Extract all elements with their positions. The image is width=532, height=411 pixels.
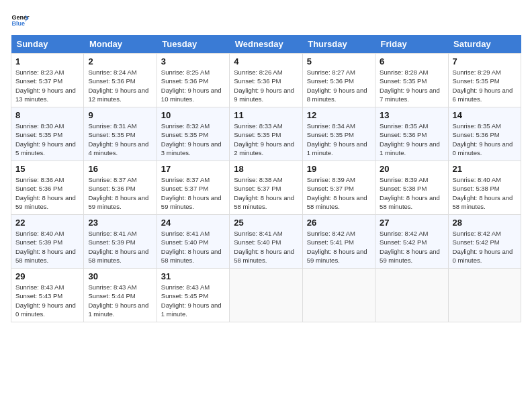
calendar-header: SundayMondayTuesdayWednesdayThursdayFrid… [11,35,521,54]
day-number: 24 [161,218,225,228]
day-number: 22 [15,218,79,228]
day-detail: Sunrise: 8:42 AM Sunset: 5:41 PM Dayligh… [307,229,371,265]
svg-text:Blue: Blue [11,20,25,27]
calendar-cell: 13 Sunrise: 8:35 AM Sunset: 5:36 PM Dayl… [375,107,448,161]
calendar-cell: 17 Sunrise: 8:37 AM Sunset: 5:37 PM Dayl… [157,161,229,215]
weekday-header-saturday: Saturday [448,35,521,54]
calendar-cell: 18 Sunrise: 8:38 AM Sunset: 5:37 PM Dayl… [230,161,302,215]
day-detail: Sunrise: 8:31 AM Sunset: 5:35 PM Dayligh… [88,122,152,157]
day-number: 10 [161,110,225,120]
calendar-cell: 9 Sunrise: 8:31 AM Sunset: 5:35 PM Dayli… [84,107,157,161]
day-detail: Sunrise: 8:35 AM Sunset: 5:36 PM Dayligh… [453,122,517,157]
calendar-cell: 20 Sunrise: 8:39 AM Sunset: 5:38 PM Dayl… [375,161,448,215]
calendar-cell: 4 Sunrise: 8:26 AM Sunset: 5:36 PM Dayli… [230,54,302,107]
day-detail: Sunrise: 8:23 AM Sunset: 5:37 PM Dayligh… [15,68,79,103]
logo: General Blue [11,11,30,30]
day-detail: Sunrise: 8:41 AM Sunset: 5:40 PM Dayligh… [161,229,225,265]
day-detail: Sunrise: 8:41 AM Sunset: 5:40 PM Dayligh… [234,229,298,265]
calendar-cell: 26 Sunrise: 8:42 AM Sunset: 5:41 PM Dayl… [302,215,375,269]
day-detail: Sunrise: 8:34 AM Sunset: 5:35 PM Dayligh… [307,122,371,157]
calendar-cell: 15 Sunrise: 8:36 AM Sunset: 5:36 PM Dayl… [11,161,84,215]
day-number: 23 [88,218,152,228]
page-header: General Blue [11,11,521,30]
day-detail: Sunrise: 8:43 AM Sunset: 5:43 PM Dayligh… [15,283,79,318]
weekday-header-thursday: Thursday [302,35,375,54]
day-detail: Sunrise: 8:24 AM Sunset: 5:36 PM Dayligh… [88,68,152,103]
weekday-header-monday: Monday [84,35,157,54]
calendar-cell: 19 Sunrise: 8:39 AM Sunset: 5:37 PM Dayl… [302,161,375,215]
day-detail: Sunrise: 8:39 AM Sunset: 5:38 PM Dayligh… [380,175,443,211]
day-detail: Sunrise: 8:29 AM Sunset: 5:35 PM Dayligh… [453,68,517,103]
day-detail: Sunrise: 8:26 AM Sunset: 5:36 PM Dayligh… [234,68,298,103]
calendar-cell: 12 Sunrise: 8:34 AM Sunset: 5:35 PM Dayl… [302,107,375,161]
weekday-header-row: SundayMondayTuesdayWednesdayThursdayFrid… [11,35,521,54]
calendar-cell: 25 Sunrise: 8:41 AM Sunset: 5:40 PM Dayl… [230,215,302,269]
day-number: 4 [234,56,298,66]
day-detail: Sunrise: 8:41 AM Sunset: 5:39 PM Dayligh… [88,229,152,265]
logo-icon: General Blue [11,11,30,30]
day-detail: Sunrise: 8:40 AM Sunset: 5:39 PM Dayligh… [15,229,79,265]
day-detail: Sunrise: 8:28 AM Sunset: 5:35 PM Dayligh… [380,68,443,103]
day-detail: Sunrise: 8:39 AM Sunset: 5:37 PM Dayligh… [307,175,371,211]
day-number: 30 [88,271,152,281]
calendar-cell [375,269,448,322]
calendar-cell: 14 Sunrise: 8:35 AM Sunset: 5:36 PM Dayl… [448,107,521,161]
day-number: 31 [161,271,225,281]
day-number: 15 [15,164,79,174]
calendar-cell: 7 Sunrise: 8:29 AM Sunset: 5:35 PM Dayli… [448,54,521,107]
day-detail: Sunrise: 8:42 AM Sunset: 5:42 PM Dayligh… [453,229,517,265]
day-detail: Sunrise: 8:32 AM Sunset: 5:35 PM Dayligh… [161,122,225,157]
day-number: 26 [307,218,371,228]
calendar-cell: 1 Sunrise: 8:23 AM Sunset: 5:37 PM Dayli… [11,54,84,107]
calendar-cell: 31 Sunrise: 8:43 AM Sunset: 5:45 PM Dayl… [157,269,229,322]
day-number: 9 [88,110,152,120]
day-number: 7 [453,56,517,66]
day-number: 14 [453,110,517,120]
calendar-cell: 27 Sunrise: 8:42 AM Sunset: 5:42 PM Dayl… [375,215,448,269]
day-number: 18 [234,164,298,174]
day-number: 28 [453,218,517,228]
weekday-header-friday: Friday [375,35,448,54]
calendar-cell: 11 Sunrise: 8:33 AM Sunset: 5:35 PM Dayl… [230,107,302,161]
day-detail: Sunrise: 8:25 AM Sunset: 5:36 PM Dayligh… [161,68,225,103]
day-detail: Sunrise: 8:37 AM Sunset: 5:37 PM Dayligh… [161,175,225,211]
day-number: 13 [380,110,443,120]
day-number: 25 [234,218,298,228]
day-number: 16 [88,164,152,174]
day-detail: Sunrise: 8:36 AM Sunset: 5:36 PM Dayligh… [15,175,79,211]
calendar-cell: 6 Sunrise: 8:28 AM Sunset: 5:35 PM Dayli… [375,54,448,107]
weekday-header-sunday: Sunday [11,35,84,54]
day-detail: Sunrise: 8:37 AM Sunset: 5:36 PM Dayligh… [88,175,152,211]
calendar-week-3: 15 Sunrise: 8:36 AM Sunset: 5:36 PM Dayl… [11,161,521,215]
calendar-cell: 30 Sunrise: 8:43 AM Sunset: 5:44 PM Dayl… [84,269,157,322]
calendar-table: SundayMondayTuesdayWednesdayThursdayFrid… [11,35,521,322]
weekday-header-tuesday: Tuesday [157,35,229,54]
calendar-body: 1 Sunrise: 8:23 AM Sunset: 5:37 PM Dayli… [11,54,521,322]
day-number: 17 [161,164,225,174]
day-number: 19 [307,164,371,174]
day-number: 8 [15,110,79,120]
day-number: 20 [380,164,443,174]
calendar-cell [302,269,375,322]
day-detail: Sunrise: 8:42 AM Sunset: 5:42 PM Dayligh… [380,229,443,265]
calendar-week-4: 22 Sunrise: 8:40 AM Sunset: 5:39 PM Dayl… [11,215,521,269]
calendar-cell [448,269,521,322]
calendar-week-5: 29 Sunrise: 8:43 AM Sunset: 5:43 PM Dayl… [11,269,521,322]
calendar-cell: 22 Sunrise: 8:40 AM Sunset: 5:39 PM Dayl… [11,215,84,269]
day-detail: Sunrise: 8:33 AM Sunset: 5:35 PM Dayligh… [234,122,298,157]
day-number: 27 [380,218,443,228]
calendar-cell: 2 Sunrise: 8:24 AM Sunset: 5:36 PM Dayli… [84,54,157,107]
day-number: 2 [88,56,152,66]
calendar-week-2: 8 Sunrise: 8:30 AM Sunset: 5:35 PM Dayli… [11,107,521,161]
calendar-cell: 8 Sunrise: 8:30 AM Sunset: 5:35 PM Dayli… [11,107,84,161]
calendar-cell: 5 Sunrise: 8:27 AM Sunset: 5:36 PM Dayli… [302,54,375,107]
day-detail: Sunrise: 8:27 AM Sunset: 5:36 PM Dayligh… [307,68,371,103]
weekday-header-wednesday: Wednesday [230,35,302,54]
day-number: 11 [234,110,298,120]
calendar-cell: 28 Sunrise: 8:42 AM Sunset: 5:42 PM Dayl… [448,215,521,269]
calendar-cell: 16 Sunrise: 8:37 AM Sunset: 5:36 PM Dayl… [84,161,157,215]
calendar-cell: 23 Sunrise: 8:41 AM Sunset: 5:39 PM Dayl… [84,215,157,269]
calendar-cell: 29 Sunrise: 8:43 AM Sunset: 5:43 PM Dayl… [11,269,84,322]
calendar-cell: 10 Sunrise: 8:32 AM Sunset: 5:35 PM Dayl… [157,107,229,161]
day-number: 5 [307,56,371,66]
